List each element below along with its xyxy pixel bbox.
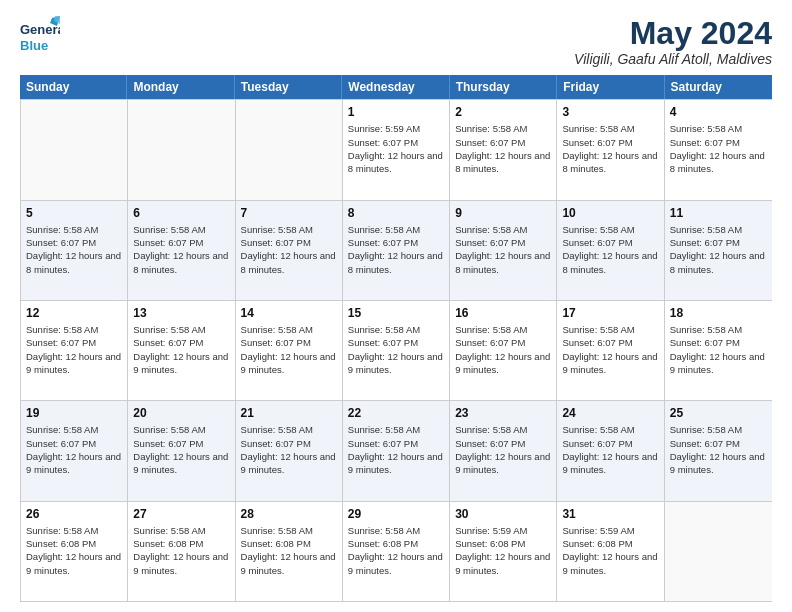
- location: Viligili, Gaafu Alif Atoll, Maldives: [574, 51, 772, 67]
- day-info-1: Sunrise: 5:59 AM Sunset: 6:07 PM Dayligh…: [348, 122, 444, 175]
- day-number-2: 2: [455, 104, 551, 120]
- header-day-thursday: Thursday: [450, 75, 557, 99]
- header-day-monday: Monday: [127, 75, 234, 99]
- day-number-27: 27: [133, 506, 229, 522]
- day-number-16: 16: [455, 305, 551, 321]
- header-day-friday: Friday: [557, 75, 664, 99]
- svg-text:Blue: Blue: [20, 38, 48, 53]
- day-number-4: 4: [670, 104, 767, 120]
- day-23: 23Sunrise: 5:58 AM Sunset: 6:07 PM Dayli…: [450, 401, 557, 500]
- week-row-2: 5Sunrise: 5:58 AM Sunset: 6:07 PM Daylig…: [21, 201, 772, 301]
- day-11: 11Sunrise: 5:58 AM Sunset: 6:07 PM Dayli…: [665, 201, 772, 300]
- day-info-29: Sunrise: 5:58 AM Sunset: 6:08 PM Dayligh…: [348, 524, 444, 577]
- day-info-21: Sunrise: 5:58 AM Sunset: 6:07 PM Dayligh…: [241, 423, 337, 476]
- day-info-22: Sunrise: 5:58 AM Sunset: 6:07 PM Dayligh…: [348, 423, 444, 476]
- day-22: 22Sunrise: 5:58 AM Sunset: 6:07 PM Dayli…: [343, 401, 450, 500]
- day-number-19: 19: [26, 405, 122, 421]
- day-number-28: 28: [241, 506, 337, 522]
- day-number-18: 18: [670, 305, 767, 321]
- day-1: 1Sunrise: 5:59 AM Sunset: 6:07 PM Daylig…: [343, 100, 450, 199]
- day-30: 30Sunrise: 5:59 AM Sunset: 6:08 PM Dayli…: [450, 502, 557, 601]
- day-3: 3Sunrise: 5:58 AM Sunset: 6:07 PM Daylig…: [557, 100, 664, 199]
- day-info-8: Sunrise: 5:58 AM Sunset: 6:07 PM Dayligh…: [348, 223, 444, 276]
- day-number-31: 31: [562, 506, 658, 522]
- day-4: 4Sunrise: 5:58 AM Sunset: 6:07 PM Daylig…: [665, 100, 772, 199]
- day-number-14: 14: [241, 305, 337, 321]
- logo-svg: General Blue: [20, 16, 60, 58]
- day-info-9: Sunrise: 5:58 AM Sunset: 6:07 PM Dayligh…: [455, 223, 551, 276]
- day-number-21: 21: [241, 405, 337, 421]
- day-16: 16Sunrise: 5:58 AM Sunset: 6:07 PM Dayli…: [450, 301, 557, 400]
- day-number-25: 25: [670, 405, 767, 421]
- day-15: 15Sunrise: 5:58 AM Sunset: 6:07 PM Dayli…: [343, 301, 450, 400]
- calendar-header: SundayMondayTuesdayWednesdayThursdayFrid…: [20, 75, 772, 99]
- day-28: 28Sunrise: 5:58 AM Sunset: 6:08 PM Dayli…: [236, 502, 343, 601]
- day-info-27: Sunrise: 5:58 AM Sunset: 6:08 PM Dayligh…: [133, 524, 229, 577]
- day-10: 10Sunrise: 5:58 AM Sunset: 6:07 PM Dayli…: [557, 201, 664, 300]
- day-info-12: Sunrise: 5:58 AM Sunset: 6:07 PM Dayligh…: [26, 323, 122, 376]
- title-area: May 2024 Viligili, Gaafu Alif Atoll, Mal…: [574, 16, 772, 67]
- day-19: 19Sunrise: 5:58 AM Sunset: 6:07 PM Dayli…: [21, 401, 128, 500]
- header-day-sunday: Sunday: [20, 75, 127, 99]
- day-info-31: Sunrise: 5:59 AM Sunset: 6:08 PM Dayligh…: [562, 524, 658, 577]
- day-info-23: Sunrise: 5:58 AM Sunset: 6:07 PM Dayligh…: [455, 423, 551, 476]
- day-5: 5Sunrise: 5:58 AM Sunset: 6:07 PM Daylig…: [21, 201, 128, 300]
- day-number-12: 12: [26, 305, 122, 321]
- day-number-8: 8: [348, 205, 444, 221]
- day-17: 17Sunrise: 5:58 AM Sunset: 6:07 PM Dayli…: [557, 301, 664, 400]
- day-info-24: Sunrise: 5:58 AM Sunset: 6:07 PM Dayligh…: [562, 423, 658, 476]
- day-9: 9Sunrise: 5:58 AM Sunset: 6:07 PM Daylig…: [450, 201, 557, 300]
- day-26: 26Sunrise: 5:58 AM Sunset: 6:08 PM Dayli…: [21, 502, 128, 601]
- calendar-body: 1Sunrise: 5:59 AM Sunset: 6:07 PM Daylig…: [20, 99, 772, 602]
- empty-cell-0-1: [128, 100, 235, 199]
- empty-cell-0-2: [236, 100, 343, 199]
- day-info-11: Sunrise: 5:58 AM Sunset: 6:07 PM Dayligh…: [670, 223, 767, 276]
- day-info-17: Sunrise: 5:58 AM Sunset: 6:07 PM Dayligh…: [562, 323, 658, 376]
- day-info-3: Sunrise: 5:58 AM Sunset: 6:07 PM Dayligh…: [562, 122, 658, 175]
- day-6: 6Sunrise: 5:58 AM Sunset: 6:07 PM Daylig…: [128, 201, 235, 300]
- day-number-1: 1: [348, 104, 444, 120]
- empty-cell-0-0: [21, 100, 128, 199]
- day-14: 14Sunrise: 5:58 AM Sunset: 6:07 PM Dayli…: [236, 301, 343, 400]
- week-row-1: 1Sunrise: 5:59 AM Sunset: 6:07 PM Daylig…: [21, 100, 772, 200]
- day-number-24: 24: [562, 405, 658, 421]
- day-number-3: 3: [562, 104, 658, 120]
- day-info-26: Sunrise: 5:58 AM Sunset: 6:08 PM Dayligh…: [26, 524, 122, 577]
- header-day-saturday: Saturday: [665, 75, 772, 99]
- day-12: 12Sunrise: 5:58 AM Sunset: 6:07 PM Dayli…: [21, 301, 128, 400]
- day-info-5: Sunrise: 5:58 AM Sunset: 6:07 PM Dayligh…: [26, 223, 122, 276]
- day-number-23: 23: [455, 405, 551, 421]
- week-row-4: 19Sunrise: 5:58 AM Sunset: 6:07 PM Dayli…: [21, 401, 772, 501]
- day-2: 2Sunrise: 5:58 AM Sunset: 6:07 PM Daylig…: [450, 100, 557, 199]
- day-20: 20Sunrise: 5:58 AM Sunset: 6:07 PM Dayli…: [128, 401, 235, 500]
- header-day-wednesday: Wednesday: [342, 75, 449, 99]
- day-25: 25Sunrise: 5:58 AM Sunset: 6:07 PM Dayli…: [665, 401, 772, 500]
- day-number-6: 6: [133, 205, 229, 221]
- day-number-13: 13: [133, 305, 229, 321]
- day-13: 13Sunrise: 5:58 AM Sunset: 6:07 PM Dayli…: [128, 301, 235, 400]
- day-info-19: Sunrise: 5:58 AM Sunset: 6:07 PM Dayligh…: [26, 423, 122, 476]
- empty-cell-4-6: [665, 502, 772, 601]
- day-number-22: 22: [348, 405, 444, 421]
- day-24: 24Sunrise: 5:58 AM Sunset: 6:07 PM Dayli…: [557, 401, 664, 500]
- calendar: SundayMondayTuesdayWednesdayThursdayFrid…: [20, 75, 772, 602]
- day-31: 31Sunrise: 5:59 AM Sunset: 6:08 PM Dayli…: [557, 502, 664, 601]
- header: General Blue May 2024 Viligili, Gaafu Al…: [20, 16, 772, 67]
- day-info-15: Sunrise: 5:58 AM Sunset: 6:07 PM Dayligh…: [348, 323, 444, 376]
- day-27: 27Sunrise: 5:58 AM Sunset: 6:08 PM Dayli…: [128, 502, 235, 601]
- header-day-tuesday: Tuesday: [235, 75, 342, 99]
- day-info-14: Sunrise: 5:58 AM Sunset: 6:07 PM Dayligh…: [241, 323, 337, 376]
- day-info-25: Sunrise: 5:58 AM Sunset: 6:07 PM Dayligh…: [670, 423, 767, 476]
- day-number-30: 30: [455, 506, 551, 522]
- day-info-18: Sunrise: 5:58 AM Sunset: 6:07 PM Dayligh…: [670, 323, 767, 376]
- day-info-28: Sunrise: 5:58 AM Sunset: 6:08 PM Dayligh…: [241, 524, 337, 577]
- week-row-3: 12Sunrise: 5:58 AM Sunset: 6:07 PM Dayli…: [21, 301, 772, 401]
- day-info-30: Sunrise: 5:59 AM Sunset: 6:08 PM Dayligh…: [455, 524, 551, 577]
- logo: General Blue: [20, 16, 60, 58]
- day-number-17: 17: [562, 305, 658, 321]
- month-title: May 2024: [574, 16, 772, 51]
- day-info-16: Sunrise: 5:58 AM Sunset: 6:07 PM Dayligh…: [455, 323, 551, 376]
- day-number-10: 10: [562, 205, 658, 221]
- day-info-13: Sunrise: 5:58 AM Sunset: 6:07 PM Dayligh…: [133, 323, 229, 376]
- day-number-15: 15: [348, 305, 444, 321]
